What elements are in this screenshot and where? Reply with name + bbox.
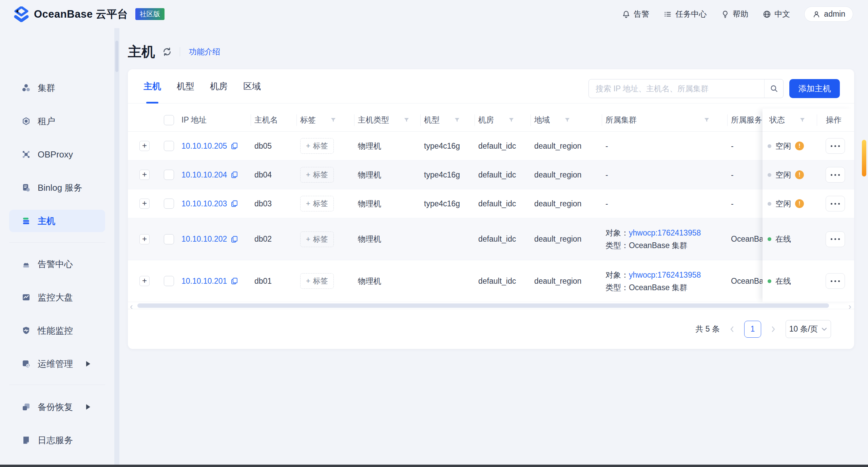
filter-icon[interactable]	[454, 117, 460, 123]
copy-icon[interactable]	[230, 277, 238, 285]
add-host-button[interactable]: 添加主机	[789, 79, 840, 98]
copy-icon[interactable]	[230, 171, 238, 179]
sidebar-item-hosts[interactable]: 主机	[9, 210, 105, 232]
prev-page-button[interactable]	[728, 325, 736, 333]
taskbar-edge	[0, 465, 868, 467]
feature-intro-link[interactable]: 功能介绍	[189, 46, 220, 57]
warning-icon[interactable]	[795, 199, 804, 208]
status-ops-row: 在线	[763, 218, 854, 260]
select-all-checkbox[interactable]	[164, 115, 174, 125]
row-checkbox[interactable]	[164, 276, 174, 286]
cluster-link[interactable]: yhwocp:1762413958	[629, 228, 701, 237]
add-tag-button[interactable]: 标签	[300, 273, 334, 289]
user-menu[interactable]: admin	[804, 6, 853, 22]
host-ip-link[interactable]: 10.10.10.203	[181, 199, 227, 208]
backup-restore-icon	[21, 402, 31, 412]
tab-machine-types[interactable]: 机型	[177, 69, 194, 104]
status-badge: 空闲	[763, 141, 804, 151]
tab-idc[interactable]: 机房	[210, 69, 228, 104]
row-checkbox[interactable]	[164, 141, 174, 151]
row-actions-button[interactable]	[826, 273, 845, 289]
search-button[interactable]	[764, 79, 783, 98]
row-actions-button[interactable]	[826, 167, 845, 183]
table-row: 10.10.10.203 db03 标签 物理机 type4c16g defau…	[128, 189, 854, 218]
expand-row-button[interactable]	[139, 276, 150, 286]
warning-icon[interactable]	[795, 170, 804, 179]
sidebar-item-ops-management[interactable]: 运维管理	[9, 353, 105, 375]
vertical-scrollbar-thumb[interactable]	[862, 140, 866, 176]
row-actions-button[interactable]	[826, 231, 845, 247]
task-list-icon	[663, 10, 672, 19]
host-name: db03	[254, 199, 272, 208]
search-box	[589, 79, 784, 98]
row-actions-button[interactable]	[826, 196, 845, 211]
sidebar-item-monitor-dashboard[interactable]: 监控大盘	[9, 286, 105, 309]
filter-icon[interactable]	[330, 117, 336, 123]
add-tag-button[interactable]: 标签	[300, 138, 334, 154]
row-checkbox[interactable]	[164, 170, 174, 180]
top-navbar: OceanBase 云平台 社区版 告警 任务中心 帮助 中	[0, 0, 868, 28]
nav-alerts[interactable]: 告警	[622, 9, 649, 19]
cluster-link[interactable]: yhwocp:1762413958	[629, 270, 701, 279]
host-ip-link[interactable]: 10.10.10.202	[181, 235, 227, 244]
refresh-icon[interactable]	[162, 46, 172, 57]
sidebar-item-clusters[interactable]: 集群	[9, 77, 105, 99]
row-checkbox[interactable]	[164, 199, 174, 209]
nav-task-center[interactable]: 任务中心	[663, 9, 707, 19]
cluster-icon	[21, 83, 31, 93]
log-service-icon	[21, 435, 31, 445]
brand-title: OceanBase 云平台	[34, 7, 128, 21]
copy-icon[interactable]	[230, 142, 238, 150]
filter-icon[interactable]	[508, 117, 515, 123]
table-row: 10.10.10.205 db05 标签 物理机 type4c16g defau…	[128, 132, 854, 161]
monitor-dashboard-icon	[21, 293, 31, 302]
search-input[interactable]	[589, 79, 764, 98]
sidebar-item-binlog[interactable]: Binlog 服务	[9, 176, 105, 199]
row-checkbox[interactable]	[164, 234, 174, 244]
sidebar-item-alarm-center[interactable]: 告警中心	[9, 253, 105, 275]
add-tag-button[interactable]: 标签	[300, 167, 334, 183]
table-body: 10.10.10.205 db05 标签 物理机 type4c16g defau…	[128, 132, 854, 302]
filter-icon[interactable]	[564, 117, 571, 123]
expand-row-button[interactable]	[139, 234, 150, 244]
expand-row-button[interactable]	[139, 199, 150, 209]
host-name: db04	[254, 170, 272, 180]
sidebar-item-performance-monitor[interactable]: 性能监控	[9, 319, 105, 342]
page-size-select[interactable]: 10 条/页	[786, 320, 831, 338]
host-ip-link[interactable]: 10.10.10.201	[181, 277, 227, 286]
bell-icon	[622, 10, 631, 19]
row-actions-button[interactable]	[826, 138, 845, 154]
sidebar-item-backup-restore[interactable]: 备份恢复	[9, 396, 105, 418]
plus-icon	[306, 277, 310, 285]
status-badge: 空闲	[763, 170, 804, 180]
add-tag-button[interactable]: 标签	[300, 196, 334, 211]
obproxy-icon	[21, 150, 31, 159]
add-tag-button[interactable]: 标签	[300, 231, 334, 247]
host-ip-link[interactable]: 10.10.10.205	[181, 142, 227, 151]
tab-hosts[interactable]: 主机	[143, 69, 161, 104]
sidebar-item-log-service[interactable]: 日志服务	[9, 429, 105, 451]
nav-help[interactable]: 帮助	[721, 9, 748, 19]
next-page-button[interactable]	[769, 325, 777, 333]
sidebar-scrollbar-thumb[interactable]	[115, 41, 118, 72]
copy-icon[interactable]	[230, 235, 238, 243]
page-number-button[interactable]: 1	[744, 321, 761, 338]
ops-management-icon	[21, 359, 31, 369]
warning-icon[interactable]	[795, 142, 804, 150]
filter-icon[interactable]	[799, 117, 806, 123]
expand-row-button[interactable]	[139, 141, 150, 151]
tab-regions[interactable]: 区域	[243, 69, 261, 104]
horizontal-scrollbar-thumb[interactable]	[137, 303, 829, 308]
expand-row-button[interactable]	[139, 170, 150, 180]
status-ops-row: 空闲	[763, 161, 854, 189]
table-row: 10.10.10.202 db02 标签 物理机 default_idc dea…	[128, 218, 854, 260]
sidebar-item-obproxy[interactable]: OBProxy	[9, 143, 105, 166]
sidebar-item-tenants[interactable]: 租户	[9, 110, 105, 132]
copy-icon[interactable]	[230, 200, 238, 208]
host-ip-link[interactable]: 10.10.10.204	[181, 170, 227, 180]
filter-icon[interactable]	[703, 117, 710, 123]
table-row: 10.10.10.201 db01 标签 物理机 default_idc dea…	[128, 260, 854, 302]
host-name: db02	[254, 235, 272, 244]
nav-language[interactable]: 中文	[763, 9, 790, 19]
filter-icon[interactable]	[403, 117, 410, 123]
